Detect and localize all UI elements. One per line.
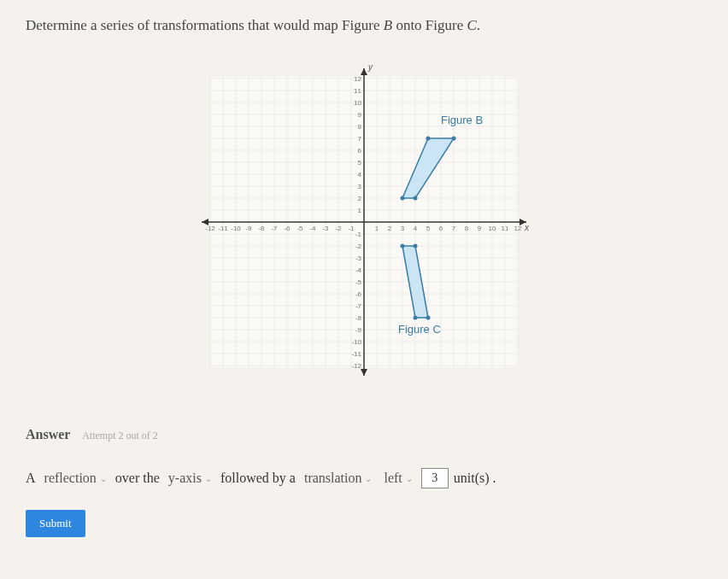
svg-point-107 <box>401 244 405 249</box>
svg-text:-8: -8 <box>355 314 362 322</box>
answer-line: A reflection ⌄ over the y-axis ⌄ followe… <box>26 468 702 488</box>
svg-text:-10: -10 <box>351 338 361 346</box>
followed-by-text: followed by a <box>220 471 296 486</box>
transformation-dropdown-1[interactable]: reflection ⌄ <box>41 469 110 488</box>
chevron-down-icon: ⌄ <box>205 474 212 483</box>
svg-point-103 <box>401 196 405 201</box>
svg-text:6: 6 <box>358 147 362 155</box>
svg-text:12: 12 <box>354 75 361 83</box>
coordinate-graph: y x 123456789101112 -1-2-3-4-5-6-7-8-9-1… <box>185 60 543 384</box>
svg-text:3: 3 <box>401 225 405 232</box>
axis-dropdown[interactable]: y-axis ⌄ <box>165 469 215 488</box>
svg-text:2: 2 <box>388 225 392 232</box>
graph-container: y x 123456789101112 -1-2-3-4-5-6-7-8-9-1… <box>26 60 702 384</box>
svg-text:12: 12 <box>514 225 522 232</box>
svg-text:1: 1 <box>375 225 379 232</box>
submit-button[interactable]: Submit <box>26 510 85 537</box>
svg-text:4: 4 <box>358 171 362 178</box>
attempt-text: Attempt 2 out of 2 <box>82 430 158 442</box>
svg-marker-54 <box>361 369 367 376</box>
svg-text:-11: -11 <box>218 225 228 232</box>
svg-text:-7: -7 <box>271 225 278 232</box>
svg-text:-1: -1 <box>355 231 362 238</box>
figure-c-label: Figure C <box>398 323 441 336</box>
answer-a: A <box>26 471 36 486</box>
chevron-down-icon: ⌄ <box>406 474 413 483</box>
transformation-dropdown-2[interactable]: translation ⌄ <box>301 469 376 488</box>
svg-point-110 <box>414 316 418 320</box>
svg-marker-53 <box>361 68 367 75</box>
svg-text:-9: -9 <box>245 225 252 232</box>
svg-point-109 <box>426 316 431 320</box>
svg-text:4: 4 <box>414 225 418 232</box>
svg-text:-12: -12 <box>351 362 361 370</box>
svg-text:8: 8 <box>358 123 362 131</box>
units-input[interactable]: 3 <box>421 468 449 488</box>
svg-text:-1: -1 <box>348 225 355 232</box>
svg-text:2: 2 <box>358 195 362 202</box>
svg-text:6: 6 <box>439 225 443 232</box>
chevron-down-icon: ⌄ <box>365 474 372 483</box>
svg-text:-2: -2 <box>335 225 342 232</box>
svg-text:-11: -11 <box>351 350 361 358</box>
units-label: unit(s) . <box>454 471 496 486</box>
x-axis-label: x <box>524 223 530 232</box>
svg-text:10: 10 <box>489 225 496 232</box>
svg-text:-6: -6 <box>355 290 362 298</box>
svg-text:3: 3 <box>358 183 362 190</box>
svg-text:7: 7 <box>358 135 362 143</box>
svg-text:-6: -6 <box>284 225 291 232</box>
svg-text:-4: -4 <box>309 225 316 232</box>
svg-point-105 <box>452 137 456 141</box>
svg-text:-3: -3 <box>355 254 362 262</box>
svg-text:-5: -5 <box>355 278 362 286</box>
chevron-down-icon: ⌄ <box>100 474 107 483</box>
direction-dropdown[interactable]: left ⌄ <box>380 469 415 488</box>
svg-text:5: 5 <box>358 159 362 167</box>
svg-text:5: 5 <box>426 225 431 232</box>
svg-text:-2: -2 <box>355 243 362 250</box>
svg-text:-4: -4 <box>355 266 362 274</box>
svg-point-104 <box>414 196 418 201</box>
svg-text:7: 7 <box>452 225 456 232</box>
svg-text:-10: -10 <box>231 225 241 232</box>
figure-b-label: Figure B <box>441 114 483 126</box>
svg-text:8: 8 <box>465 225 469 232</box>
svg-text:-12: -12 <box>205 225 215 232</box>
svg-text:-9: -9 <box>355 326 362 334</box>
svg-text:-5: -5 <box>296 225 303 232</box>
svg-text:-3: -3 <box>322 225 329 232</box>
svg-text:-7: -7 <box>355 302 362 310</box>
svg-text:9: 9 <box>478 225 482 232</box>
svg-text:11: 11 <box>502 225 509 232</box>
svg-text:10: 10 <box>354 99 361 107</box>
answer-section: Answer Attempt 2 out of 2 A reflection ⌄… <box>26 427 702 537</box>
svg-point-108 <box>414 244 418 249</box>
svg-text:1: 1 <box>358 207 362 214</box>
svg-text:-8: -8 <box>258 225 265 232</box>
question-text: Determine a series of transformations th… <box>26 17 702 34</box>
svg-text:11: 11 <box>354 87 361 95</box>
over-the-text: over the <box>115 471 160 486</box>
svg-point-106 <box>426 137 431 141</box>
answer-label: Answer Attempt 2 out of 2 <box>26 427 158 442</box>
svg-text:9: 9 <box>358 111 362 119</box>
y-axis-label: y <box>367 62 373 72</box>
